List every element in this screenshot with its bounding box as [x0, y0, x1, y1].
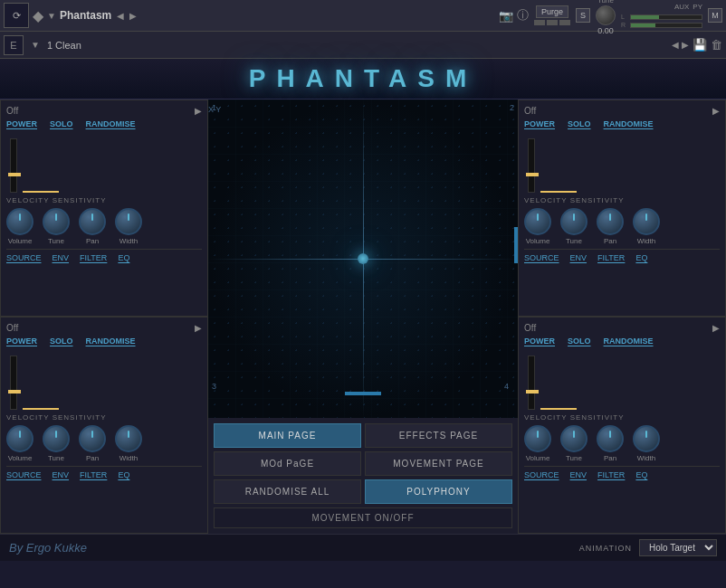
tr-fader[interactable]	[528, 138, 535, 193]
bl-eq-tab[interactable]: EQ	[118, 470, 129, 479]
panel-bl-arrow[interactable]: ▶	[195, 323, 202, 333]
animation-select[interactable]: Holo Target	[639, 539, 717, 556]
purge-ind-2	[547, 20, 558, 25]
polyphony-button[interactable]: POLYPHONY	[365, 479, 512, 504]
panel-br-arrow[interactable]: ▶	[712, 323, 720, 333]
preset-nav[interactable]: ◀ ▶	[672, 40, 689, 50]
tr-pan-knob[interactable]	[597, 208, 624, 235]
bl-source-tab[interactable]: SOURCE	[6, 470, 42, 479]
tl-env-tab[interactable]: ENV	[53, 253, 70, 262]
br-source-tab[interactable]: SOURCE	[524, 470, 559, 479]
preset-expand[interactable]: ▼	[31, 40, 40, 50]
br-tune-knob[interactable]	[560, 425, 587, 452]
bl-env-tab[interactable]: ENV	[53, 470, 70, 479]
tr-filter-tab[interactable]: FILTER	[597, 253, 625, 262]
effects-page-button[interactable]: EFFECTS PAGE	[365, 423, 512, 448]
tr-volume-knob[interactable]	[524, 208, 551, 235]
py-label: PY	[693, 3, 702, 11]
bl-power-btn[interactable]: POWER	[6, 337, 37, 346]
corner-1-label: 1	[212, 103, 216, 112]
panels-area: Off ▶ POWER SOLO RANDOMISE VELOCITY S	[0, 100, 726, 534]
prev-preset[interactable]: ◀	[672, 40, 679, 50]
top-bar-icons: 📷 ⓘ	[499, 7, 529, 24]
tr-fader-area	[524, 134, 720, 193]
tl-fader[interactable]	[10, 138, 17, 193]
br-fader[interactable]	[528, 356, 535, 410]
meter-l-fill	[631, 15, 659, 19]
instrument-name: Phantasm	[60, 9, 111, 22]
tr-solo-btn[interactable]: SOLO	[568, 119, 591, 128]
tr-knob-width: Width	[633, 208, 660, 245]
tl-solo-btn[interactable]: SOLO	[50, 119, 73, 128]
br-fader-handle[interactable]	[526, 390, 539, 394]
mod-page-button[interactable]: MOd PaGE	[214, 451, 361, 476]
tr-tune-label: Tune	[566, 237, 582, 245]
tr-fader-handle[interactable]	[526, 173, 539, 176]
panel-tr-arrow[interactable]: ▶	[712, 106, 720, 116]
info-icon[interactable]: ⓘ	[517, 7, 529, 24]
tr-fader-label-bar	[540, 191, 577, 193]
tl-eq-tab[interactable]: EQ	[118, 253, 129, 262]
tr-randomise-btn[interactable]: RANDOMISE	[604, 119, 654, 128]
bl-volume-knob[interactable]	[6, 425, 33, 452]
tl-power-btn[interactable]: POWER	[6, 119, 37, 128]
bl-tune-knob[interactable]	[43, 425, 70, 452]
randomise-all-button[interactable]: RANDOMISE ALL	[214, 479, 361, 504]
br-env-tab[interactable]: ENV	[570, 470, 587, 479]
tl-knob-volume: Volume	[6, 208, 33, 245]
trash-icon[interactable]: 🗑	[711, 38, 722, 52]
movement-page-button[interactable]: MOVEMENT PAGE	[365, 451, 512, 476]
br-width-label: Width	[637, 454, 655, 462]
bl-fader[interactable]	[10, 356, 17, 410]
prev-instrument[interactable]: ◀	[115, 11, 126, 21]
br-power-btn[interactable]: POWER	[524, 337, 555, 346]
tl-filter-tab[interactable]: FILTER	[80, 253, 107, 262]
bl-fader-handle[interactable]	[8, 390, 21, 394]
tl-volume-knob[interactable]	[6, 208, 33, 235]
tl-pan-knob[interactable]	[79, 208, 106, 235]
movement-onoff-button[interactable]: MOVEMENT ON/OFF	[214, 507, 512, 528]
tl-randomise-btn[interactable]: RANDOMISE	[86, 119, 136, 128]
br-width-knob[interactable]	[633, 425, 660, 452]
instrument-nav[interactable]: ◀ ▶	[115, 11, 139, 21]
bl-solo-btn[interactable]: SOLO	[50, 337, 73, 346]
bl-randomise-btn[interactable]: RANDOMISE	[86, 337, 136, 346]
tl-velocity-label: VELOCITY SENSITIVITY	[6, 196, 202, 204]
next-instrument[interactable]: ▶	[128, 11, 139, 21]
m-button[interactable]: M	[708, 8, 722, 23]
bl-pan-knob[interactable]	[79, 425, 106, 452]
br-pan-knob[interactable]	[597, 425, 624, 452]
tr-env-tab[interactable]: ENV	[570, 253, 587, 262]
br-solo-btn[interactable]: SOLO	[568, 337, 591, 346]
tl-tune-knob[interactable]	[43, 208, 70, 235]
s-button[interactable]: S	[576, 8, 590, 23]
br-volume-knob[interactable]	[524, 425, 551, 452]
next-preset[interactable]: ▶	[682, 40, 689, 50]
tr-knob-tune: Tune	[560, 208, 587, 245]
bl-filter-tab[interactable]: FILTER	[80, 470, 107, 479]
purge-button[interactable]: Purge	[536, 5, 568, 18]
tl-fader-handle[interactable]	[8, 173, 21, 176]
tune-knob[interactable]	[596, 5, 616, 25]
br-randomise-btn[interactable]: RANDOMISE	[604, 337, 654, 346]
tr-power-btn[interactable]: POWER	[524, 119, 555, 128]
xy-pad[interactable]: 1 2 3 4 X Y	[208, 100, 518, 418]
tr-eq-tab[interactable]: EQ	[635, 253, 647, 262]
bl-width-knob[interactable]	[115, 425, 142, 452]
save-icon[interactable]: 💾	[693, 38, 707, 52]
tl-volume-label: Volume	[8, 237, 33, 245]
tr-tune-knob[interactable]	[560, 208, 587, 235]
tl-source-tab[interactable]: SOURCE	[6, 253, 42, 262]
tl-width-knob[interactable]	[115, 208, 142, 235]
panel-bl-status: Off	[6, 323, 18, 333]
camera-icon[interactable]: 📷	[499, 9, 513, 23]
expand-arrow[interactable]: ▼	[47, 11, 56, 21]
tr-velocity-label: VELOCITY SENSITIVITY	[524, 196, 720, 204]
main-page-button[interactable]: MAIN PAGE	[214, 423, 361, 448]
br-eq-tab[interactable]: EQ	[635, 470, 647, 479]
panel-tl-arrow[interactable]: ▶	[195, 106, 202, 116]
br-filter-tab[interactable]: FILTER	[597, 470, 625, 479]
tr-width-knob[interactable]	[633, 208, 660, 235]
tr-source-tab[interactable]: SOURCE	[524, 253, 559, 262]
e-box: E	[4, 35, 24, 55]
